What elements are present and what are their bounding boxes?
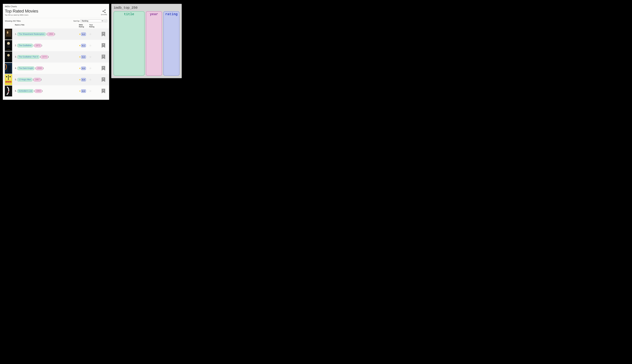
movie-title-link[interactable]: The Godfather: Part II	[17, 55, 40, 59]
sort-direction-toggle[interactable]: ↓↑	[104, 19, 107, 22]
svg-point-5	[7, 31, 8, 34]
movie-poster[interactable]: ANGRY MEN	[5, 74, 12, 85]
movie-title-link[interactable]: Schindler's List	[17, 89, 33, 93]
rank-and-title: 3. The Godfather: Part II (1974)	[12, 55, 79, 59]
svg-rect-21	[8, 75, 8, 80]
movie-title-link[interactable]: The Dark Knight	[17, 66, 34, 70]
star-filled-icon: ★	[79, 33, 81, 36]
rank-number: 1.	[15, 33, 16, 35]
rank-and-title: 4. The Dark Knight (2008)	[12, 66, 79, 70]
share-button[interactable]: SHARE	[101, 8, 107, 16]
page-title: Top Rated Movies	[5, 8, 38, 14]
rank-and-title: 1. The Shawshank Redemption (1994)	[12, 32, 79, 36]
share-icon	[101, 9, 107, 14]
rate-star-button[interactable]: ☆	[89, 67, 92, 70]
rank-number: 5.	[15, 78, 16, 81]
imdb-rating-value: 9.0	[81, 55, 86, 59]
svg-point-23	[10, 76, 11, 77]
svg-rect-17	[8, 65, 10, 72]
star-filled-icon: ★	[79, 90, 81, 92]
movie-poster[interactable]: Godfather	[5, 40, 12, 51]
movie-year: 1993	[35, 89, 42, 93]
rate-star-button[interactable]: ☆	[89, 78, 92, 81]
share-label: SHARE	[101, 14, 107, 16]
svg-point-1	[102, 11, 104, 12]
plus-icon: +	[103, 78, 104, 80]
star-filled-icon: ★	[79, 56, 81, 58]
plus-icon: +	[103, 89, 104, 92]
add-watchlist-button[interactable]: +	[102, 77, 105, 82]
header-your-rating: YourRating	[89, 24, 100, 28]
movie-poster[interactable]	[5, 63, 12, 74]
table-row: 3. The Godfather: Part II (1974) ★ 9.0 ☆…	[3, 51, 109, 62]
movie-year: 2008	[36, 66, 43, 70]
svg-rect-9	[7, 44, 10, 48]
svg-point-22	[6, 76, 7, 77]
df-column-title: title	[114, 11, 144, 76]
df-column-year: year	[146, 11, 162, 76]
rank-number: 2.	[15, 44, 16, 46]
movie-poster[interactable]	[5, 29, 12, 40]
imdb-rating-value: 9.1	[81, 44, 86, 47]
rank-and-title: 2. The Godfather (1972)	[12, 44, 79, 48]
rank-number: 4.	[15, 67, 16, 69]
movie-year: 1974	[41, 55, 48, 59]
plus-icon: +	[103, 66, 104, 69]
plus-icon: +	[103, 43, 104, 46]
star-filled-icon: ★	[79, 44, 81, 47]
sort-arrows-icon: ↓↑	[105, 20, 106, 22]
movie-list: 1. The Shawshank Redemption (1994) ★ 9.2…	[5, 28, 107, 97]
header-imdb-rating: IMDbRating	[79, 24, 89, 28]
imdb-chart-panel: IMDb Charts Top Rated Movies Top 250 as …	[3, 4, 109, 100]
rank-and-title: 5. 12 Angry Men (1957)	[12, 78, 79, 82]
add-watchlist-button[interactable]: +	[102, 32, 105, 36]
add-watchlist-button[interactable]: +	[102, 66, 105, 70]
star-filled-icon: ★	[79, 67, 81, 70]
rate-star-button[interactable]: ☆	[89, 32, 92, 36]
sort-select[interactable]: Ranking	[81, 20, 104, 22]
movie-year: 1972	[34, 44, 42, 48]
svg-point-2	[105, 12, 106, 13]
svg-rect-15	[6, 60, 11, 62]
svg-rect-14	[7, 56, 10, 59]
table-row: 4. The Dark Knight (2008) ★ 9.0 ☆ +	[3, 62, 109, 74]
sort-label: Sort by:	[73, 20, 80, 22]
rank-number: 6.	[15, 90, 16, 92]
imdb-rating-value: 9.2	[81, 32, 86, 36]
movie-title-link[interactable]: The Shawshank Redemption	[17, 32, 46, 36]
df-column-rating: rating	[163, 11, 180, 76]
rate-star-button[interactable]: ☆	[89, 55, 92, 58]
movie-title-link[interactable]: The Godfather	[17, 44, 33, 48]
svg-point-13	[7, 54, 10, 56]
rank-number: 3.	[15, 56, 16, 58]
imdb-rating-value: 8.9	[81, 78, 86, 82]
add-watchlist-button[interactable]: +	[102, 54, 105, 59]
svg-rect-18	[6, 72, 12, 73]
showing-count: Showing 250 Titles	[5, 20, 21, 22]
dataframe-panel: imdb_top_250 title year rating	[111, 4, 182, 78]
movie-title-link[interactable]: 12 Angry Men	[17, 78, 32, 82]
rate-star-button[interactable]: ☆	[89, 90, 92, 92]
plus-icon: +	[103, 32, 104, 35]
svg-point-27	[8, 92, 9, 92]
page-subtitle: Top 250 as rated by IMDb Users	[5, 14, 38, 16]
svg-point-8	[7, 42, 10, 45]
svg-rect-4	[6, 30, 11, 37]
svg-text:Godfather: Godfather	[7, 49, 10, 50]
table-row: ANGRY MEN 5. 12 Angry Men (1957) ★ 8.9 ☆…	[3, 74, 109, 85]
movie-poster[interactable]	[5, 52, 12, 62]
table-row: 1. The Shawshank Redemption (1994) ★ 9.2…	[3, 28, 109, 40]
add-watchlist-button[interactable]: +	[102, 43, 105, 48]
dataframe-name: imdb_top_250	[114, 6, 180, 10]
header-rank-title: Rank & Title	[15, 24, 79, 28]
movie-year: 1957	[34, 78, 41, 82]
plus-icon: +	[103, 55, 104, 58]
add-watchlist-button[interactable]: +	[102, 89, 105, 93]
imdb-rating-value: 9.0	[81, 66, 86, 70]
movie-year: 1994	[47, 32, 54, 36]
movie-poster[interactable]	[5, 86, 12, 96]
column-headers: Rank & Title IMDbRating YourRating	[5, 24, 107, 28]
rate-star-button[interactable]: ☆	[89, 44, 92, 47]
table-row: 6. Schindler's List (1993) ★ 8.9 ☆ +	[3, 85, 109, 97]
imdb-rating-value: 8.9	[81, 89, 86, 93]
